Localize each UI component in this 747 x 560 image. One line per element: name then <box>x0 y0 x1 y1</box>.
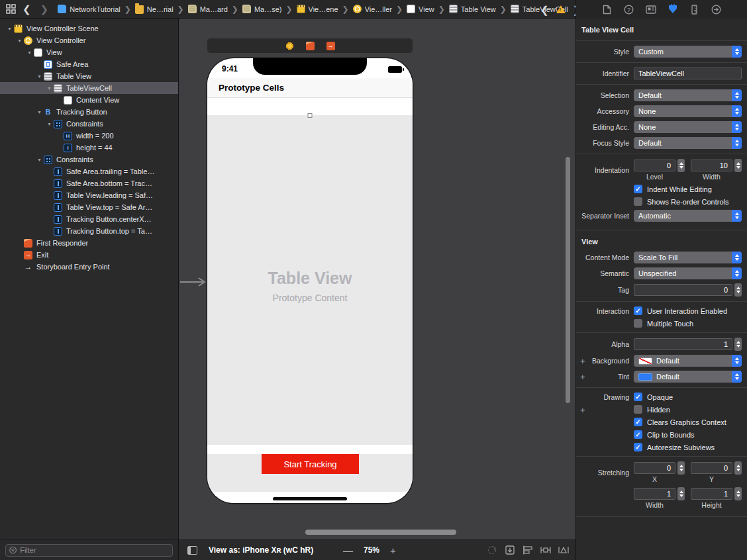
outline-item-first-responder[interactable]: First Responder <box>0 237 178 249</box>
outline-item-tracking-button-top-ta[interactable]: Tracking Button.top = Ta… <box>0 225 178 237</box>
outline-item-view[interactable]: ▼View <box>0 46 178 58</box>
first-responder-icon[interactable] <box>306 42 315 50</box>
storyboard-canvas[interactable]: → 9:41 Prototype Cells Table View Protot… <box>179 19 575 539</box>
stretching-y-field[interactable]: 0 <box>691 462 732 474</box>
device-bar-toggle-icon[interactable] <box>187 546 197 555</box>
shows-reorder-checkbox[interactable] <box>634 197 642 206</box>
user-interaction-checkbox[interactable] <box>634 306 642 315</box>
identity-inspector-icon[interactable] <box>646 4 656 15</box>
stepper-icon[interactable] <box>734 159 742 172</box>
stretching-x-field[interactable]: 0 <box>634 462 675 474</box>
breadcrumb-item[interactable]: View <box>407 5 434 13</box>
add-attribute-button[interactable]: + <box>580 356 585 366</box>
disclosure-triangle-icon[interactable]: ▼ <box>5 26 14 31</box>
iphone-preview[interactable]: 9:41 Prototype Cells Table View Prototyp… <box>207 58 413 503</box>
resolve-auto-layout-icon[interactable] <box>558 545 569 555</box>
update-frames-icon[interactable] <box>487 545 497 555</box>
outline-item-content-view[interactable]: Content View <box>0 94 178 106</box>
selection-popup[interactable]: Default <box>634 89 742 101</box>
stepper-icon[interactable] <box>677 159 685 172</box>
exit-icon[interactable]: → <box>326 42 335 50</box>
warning-icon[interactable] <box>556 5 566 13</box>
prev-issue-button[interactable]: ❮ <box>538 5 552 15</box>
autoresize-checkbox[interactable] <box>634 443 642 451</box>
clip-to-bounds-checkbox[interactable] <box>634 430 642 439</box>
outline-item-table-view[interactable]: ▼Table View <box>0 70 178 82</box>
outline-item-tracking-button[interactable]: ▼BTracking Button <box>0 106 178 118</box>
add-attribute-button[interactable]: + <box>580 404 585 414</box>
add-constraints-icon[interactable] <box>540 545 551 555</box>
multiple-touch-checkbox[interactable] <box>634 319 642 328</box>
stepper-icon[interactable] <box>734 461 742 475</box>
stepper-icon[interactable] <box>677 487 685 500</box>
related-items-icon[interactable] <box>5 4 16 15</box>
opaque-checkbox[interactable] <box>634 393 642 401</box>
storyboard-entry-arrow-icon[interactable] <box>180 277 207 287</box>
breadcrumb-item[interactable]: Table View <box>449 5 496 13</box>
outline-item-exit[interactable]: →Exit <box>0 249 178 261</box>
vertical-scrollbar[interactable] <box>566 157 570 403</box>
disclosure-triangle-icon[interactable]: ▼ <box>45 86 54 91</box>
alpha-field[interactable]: 1 <box>634 338 732 350</box>
focus-style-popup[interactable]: Default <box>634 137 742 149</box>
forward-button[interactable]: ❯ <box>38 4 52 14</box>
connections-inspector-icon[interactable] <box>711 4 722 15</box>
clears-graphics-checkbox[interactable] <box>634 418 642 426</box>
outline-item-table-view-leading-saf[interactable]: Table View.leading = Saf… <box>0 189 178 201</box>
outline-item-width-200[interactable]: Hwidth = 200 <box>0 130 178 142</box>
stepper-icon[interactable] <box>734 338 742 351</box>
align-icon[interactable] <box>523 545 533 555</box>
content-mode-popup[interactable]: Scale To Fill <box>634 252 742 263</box>
breadcrumb-item[interactable]: NetworkTutorial <box>58 5 121 13</box>
zoom-out-button[interactable]: — <box>343 545 353 556</box>
add-attribute-button[interactable]: + <box>580 372 585 382</box>
separator-inset-popup[interactable]: Automatic <box>634 210 742 222</box>
filter-field[interactable] <box>5 544 173 557</box>
indentation-width-field[interactable]: 10 <box>691 160 732 171</box>
stretching-height-field[interactable]: 1 <box>691 488 732 500</box>
indent-while-editing-checkbox[interactable] <box>634 185 642 193</box>
outline-item-tableviewcell[interactable]: ▼TableViewCell <box>0 82 178 94</box>
breadcrumb-item[interactable]: Vie…ller <box>353 5 392 13</box>
outline-item-safe-area-bottom-trac[interactable]: Safe Area.bottom = Trac… <box>0 177 178 189</box>
breadcrumb-item[interactable]: Vie…ene <box>297 5 338 13</box>
disclosure-triangle-icon[interactable]: ▼ <box>35 74 44 79</box>
identifier-field[interactable]: TableViewCell <box>634 68 742 79</box>
background-popup[interactable]: Default <box>634 355 742 367</box>
horizontal-scrollbar[interactable] <box>305 530 456 535</box>
hidden-checkbox[interactable] <box>634 405 642 414</box>
zoom-in-button[interactable]: + <box>390 545 396 556</box>
outline-item-height-44[interactable]: Iheight = 44 <box>0 142 178 154</box>
outline-item-constraints[interactable]: ▼Constraints <box>0 154 178 165</box>
prototype-cells-header[interactable]: Prototype Cells <box>207 78 413 98</box>
stretching-width-field[interactable]: 1 <box>634 488 675 500</box>
zoom-level[interactable]: 75% <box>364 545 379 555</box>
view-as-label[interactable]: View as: iPhone Xʀ (wC hR) <box>209 545 313 555</box>
outline-item-safe-area[interactable]: Safe Area <box>0 58 178 70</box>
disclosure-triangle-icon[interactable]: ▼ <box>45 122 54 126</box>
disclosure-triangle-icon[interactable]: ▼ <box>15 38 24 43</box>
tag-field[interactable]: 0 <box>634 284 732 296</box>
outline-item-safe-area-trailing-table[interactable]: Safe Area.trailing = Table… <box>0 165 178 177</box>
disclosure-triangle-icon[interactable]: ▼ <box>25 50 34 55</box>
indentation-level-field[interactable]: 0 <box>634 160 675 171</box>
disclosure-triangle-icon[interactable]: ▼ <box>35 158 44 162</box>
style-popup[interactable]: Custom <box>634 46 742 58</box>
stepper-icon[interactable] <box>734 283 742 297</box>
attributes-inspector-icon[interactable] <box>668 4 678 15</box>
outline-item-view-controller[interactable]: ▼View Controller <box>0 34 178 46</box>
file-inspector-icon[interactable] <box>602 4 613 15</box>
outline-item-view-controller-scene[interactable]: ▼View Controller Scene <box>0 23 178 34</box>
breadcrumb-item[interactable]: Ma…ard <box>188 5 228 13</box>
disclosure-triangle-icon[interactable]: ▼ <box>35 110 44 115</box>
outline-item-constraints[interactable]: ▼Constraints <box>0 118 178 130</box>
embed-in-icon[interactable] <box>505 545 515 555</box>
quick-help-icon[interactable]: ? <box>624 4 634 15</box>
filter-input[interactable] <box>20 546 169 554</box>
outline-item-tracking-button-centerx[interactable]: Tracking Button.centerX… <box>0 213 178 225</box>
view-controller-icon[interactable] <box>285 42 294 50</box>
stepper-icon[interactable] <box>734 487 742 500</box>
cell-resize-handle[interactable] <box>308 113 313 118</box>
semantic-popup[interactable]: Unspecified <box>634 267 742 279</box>
breadcrumb-item[interactable]: Ne…rial <box>135 4 174 14</box>
